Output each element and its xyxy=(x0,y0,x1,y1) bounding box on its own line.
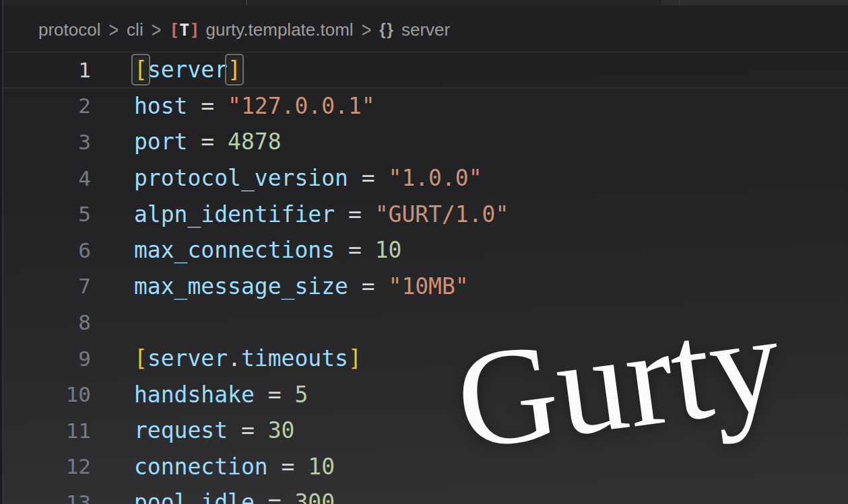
code-token: = xyxy=(348,201,375,227)
code-token: 4878 xyxy=(228,129,281,155)
breadcrumb-item-gurty-template-toml[interactable]: gurty.template.toml xyxy=(205,20,353,40)
code-token: [ xyxy=(134,57,148,83)
tab-divider xyxy=(246,0,247,5)
line-number[interactable]: 2 xyxy=(0,94,91,118)
code-line[interactable]: 11request = 30 xyxy=(0,412,848,449)
tab-divider xyxy=(679,0,680,5)
line-number[interactable]: 11 xyxy=(0,419,91,443)
code-token: = xyxy=(201,129,228,155)
chevron-right-icon: > xyxy=(152,17,162,42)
code-token: 300 xyxy=(294,489,335,504)
sidebar-border xyxy=(2,0,3,504)
line-number[interactable]: 7 xyxy=(0,274,91,298)
breadcrumb-item-protocol[interactable]: protocol xyxy=(38,20,101,40)
code-token: = xyxy=(348,237,375,263)
code-token: "10MB" xyxy=(389,273,469,299)
line-number[interactable]: 5 xyxy=(0,202,91,226)
code-token: port xyxy=(134,129,201,155)
code-line[interactable]: 6max_connections = 10 xyxy=(0,232,848,268)
code-line-content[interactable]: protocol_version = "1.0.0" xyxy=(134,165,482,191)
code-token: handshake xyxy=(134,382,268,408)
code-line-content[interactable]: port = 4878 xyxy=(134,129,282,155)
code-token: 30 xyxy=(268,417,295,443)
line-number[interactable]: 9 xyxy=(0,347,91,371)
toml-file-icon: [T] xyxy=(169,20,199,40)
chevron-right-icon: > xyxy=(109,17,119,42)
code-token: ] xyxy=(348,345,362,371)
code-line[interactable]: 2host = "127.0.0.1" xyxy=(0,88,848,124)
code-token: "1.0.0" xyxy=(389,165,482,191)
code-token: 10 xyxy=(308,454,335,480)
code-token: 10 xyxy=(375,237,402,263)
code-line[interactable]: 13pool_idle = 300 xyxy=(0,484,848,504)
code-line-content[interactable]: [server] xyxy=(134,57,241,83)
code-line-content[interactable]: max_connections = 10 xyxy=(134,237,401,263)
line-number[interactable]: 6 xyxy=(0,238,91,262)
breadcrumb-item-cli[interactable]: cli xyxy=(127,20,143,40)
code-token: server xyxy=(148,57,228,83)
line-number[interactable]: 12 xyxy=(0,454,91,478)
tab-bar-strip xyxy=(0,0,848,5)
code-line[interactable]: 10handshake = 5 xyxy=(0,376,848,412)
code-token: server xyxy=(148,345,228,371)
code-token: alpn_identifier xyxy=(134,201,348,227)
code-line-content[interactable]: connection = 10 xyxy=(134,454,335,480)
code-line[interactable]: 4protocol_version = "1.0.0" xyxy=(0,160,848,196)
code-line[interactable]: 9[server.timeouts] xyxy=(0,340,848,377)
code-token: = xyxy=(362,273,389,299)
code-token: max_connections xyxy=(134,237,348,263)
line-number[interactable]: 10 xyxy=(0,382,91,406)
code-token: [ xyxy=(134,345,148,371)
chevron-right-icon: > xyxy=(362,17,372,42)
line-number[interactable]: 13 xyxy=(0,491,91,504)
code-line[interactable]: 1[server] xyxy=(0,52,848,88)
code-token: ] xyxy=(228,57,241,83)
code-token: "127.0.0.1" xyxy=(228,93,375,119)
code-line-content[interactable]: [server.timeouts] xyxy=(134,345,362,371)
breadcrumb: protocol>cli>[T]gurty.template.toml>{}se… xyxy=(37,17,451,42)
code-token: timeouts xyxy=(241,345,348,371)
breadcrumb-item-server[interactable]: server xyxy=(401,20,450,40)
line-number[interactable]: 4 xyxy=(0,166,91,190)
tab-bar-empty-area xyxy=(661,0,848,5)
code-line[interactable]: 8 xyxy=(0,304,848,340)
code-editor[interactable]: 1[server]2host = "127.0.0.1"3port = 4878… xyxy=(0,52,848,504)
code-token: . xyxy=(228,345,241,371)
code-line-content[interactable]: pool_idle = 300 xyxy=(134,489,335,504)
code-token: = xyxy=(268,489,295,504)
code-line[interactable]: 5alpn_identifier = "GURT/1.0" xyxy=(0,196,848,232)
code-line-content[interactable]: alpn_identifier = "GURT/1.0" xyxy=(134,201,509,227)
code-token: = xyxy=(268,382,295,408)
code-line-content[interactable]: max_message_size = "10MB" xyxy=(134,273,469,299)
line-number[interactable]: 1 xyxy=(0,58,91,82)
code-token: protocol_version xyxy=(134,165,362,191)
code-token: connection xyxy=(134,454,282,480)
code-line-content[interactable]: request = 30 xyxy=(134,417,294,443)
code-line-content[interactable]: handshake = 5 xyxy=(134,382,308,408)
code-token: = xyxy=(201,93,228,119)
braces-symbol-icon: {} xyxy=(379,20,395,39)
code-line[interactable]: 7max_message_size = "10MB" xyxy=(0,268,848,305)
line-number[interactable]: 8 xyxy=(0,310,91,334)
code-token: max_message_size xyxy=(134,273,362,299)
code-line[interactable]: 12connection = 10 xyxy=(0,449,848,485)
code-line-content[interactable]: host = "127.0.0.1" xyxy=(134,93,375,119)
code-token: = xyxy=(362,165,389,191)
code-token: = xyxy=(241,417,268,443)
code-token: host xyxy=(134,93,201,119)
line-number[interactable]: 3 xyxy=(0,130,91,154)
code-token: "GURT/1.0" xyxy=(375,201,509,227)
code-token: 5 xyxy=(294,382,308,408)
code-token: pool_idle xyxy=(134,489,268,504)
code-token: = xyxy=(282,454,308,480)
code-token: request xyxy=(134,417,241,443)
code-line[interactable]: 3port = 4878 xyxy=(0,124,848,160)
